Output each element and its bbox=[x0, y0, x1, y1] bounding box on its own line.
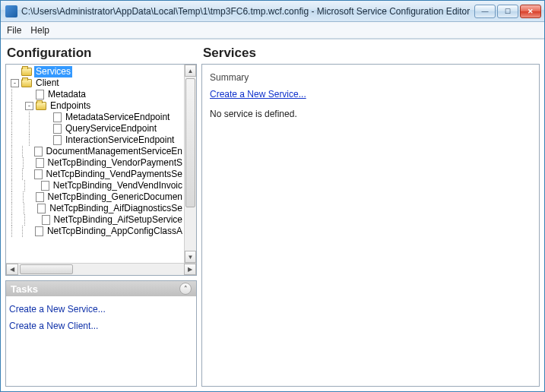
tree-label-endpoint: NetTcpBinding_VendPaymentsSe bbox=[45, 169, 184, 180]
tree-label-endpoint: InteractionServiceEndpoint bbox=[64, 134, 176, 146]
tree-scroll-area[interactable]: Services - Client bbox=[6, 65, 184, 263]
document-icon bbox=[53, 135, 62, 145]
menu-help[interactable]: Help bbox=[30, 25, 49, 36]
minimize-button[interactable]: — bbox=[474, 5, 496, 18]
create-service-link[interactable]: Create a New Service... bbox=[210, 89, 306, 100]
vertical-scrollbar[interactable]: ▲ ▼ bbox=[184, 65, 196, 263]
configuration-tree: Services - Client bbox=[6, 65, 184, 239]
tree-node-services[interactable]: Services bbox=[8, 66, 184, 77]
configuration-title: Configuration bbox=[5, 44, 197, 64]
task-create-service[interactable]: Create a New Service... bbox=[9, 301, 193, 318]
window-title: C:\Users\Administrator\AppData\Local\Tem… bbox=[21, 6, 474, 17]
document-icon bbox=[53, 124, 62, 134]
vscroll-track[interactable] bbox=[185, 77, 196, 251]
services-detail-box: Summary Create a New Service... No servi… bbox=[201, 64, 540, 387]
document-icon bbox=[36, 192, 44, 202]
tree-label-endpoint: NetTcpBinding_GenericDocumen bbox=[46, 191, 184, 203]
tree-label-endpoint: QueryServiceEndpoint bbox=[64, 123, 158, 134]
app-icon bbox=[5, 5, 17, 17]
document-icon bbox=[41, 181, 49, 191]
tree-label-endpoint: NetTcpBinding_AifSetupService bbox=[52, 214, 184, 226]
hscroll-thumb[interactable] bbox=[20, 264, 73, 274]
tree-label-endpoint: DocumentManagementServiceEn bbox=[45, 146, 184, 157]
menu-file[interactable]: File bbox=[7, 25, 21, 36]
left-column: Configuration Services bbox=[5, 44, 197, 387]
document-icon bbox=[34, 147, 43, 156]
vscroll-thumb[interactable] bbox=[185, 78, 195, 207]
tree-node-metadata[interactable]: Metadata bbox=[8, 89, 184, 100]
maximize-button[interactable]: ☐ bbox=[497, 5, 518, 18]
expand-toggle-icon[interactable]: - bbox=[11, 79, 19, 87]
scroll-up-icon[interactable]: ▲ bbox=[185, 65, 196, 77]
tree-node-endpoint[interactable]: NetTcpBinding_AppConfigClassA bbox=[8, 226, 184, 237]
document-icon bbox=[36, 158, 44, 168]
horizontal-scrollbar[interactable]: ◀ ▶ bbox=[6, 263, 196, 275]
tree-node-endpoint[interactable]: QueryServiceEndpoint bbox=[8, 123, 184, 134]
tree-node-endpoint[interactable]: NetTcpBinding_VendPaymentsSe bbox=[8, 169, 184, 180]
tree-node-endpoint[interactable]: InteractionServiceEndpoint bbox=[8, 134, 184, 146]
tree-label-client: Client bbox=[34, 77, 61, 89]
tree-label-endpoint: NetTcpBinding_AifDiagnosticsSe bbox=[48, 203, 184, 214]
folder-icon bbox=[36, 102, 46, 110]
tree-node-client[interactable]: - Client bbox=[8, 77, 184, 89]
tree-label-endpoints: Endpoints bbox=[49, 100, 92, 112]
tree-label-endpoint: NetTcpBinding_VendVendInvoic bbox=[52, 180, 184, 191]
tree-label-endpoint: NetTcpBinding_AppConfigClassA bbox=[46, 226, 184, 237]
close-button[interactable]: ✕ bbox=[520, 5, 541, 18]
tasks-panel: Tasks ˄ Create a New Service... Create a… bbox=[5, 280, 197, 387]
configuration-tree-box: Services - Client bbox=[5, 64, 197, 276]
tasks-body: Create a New Service... Create a New Cli… bbox=[6, 296, 196, 339]
document-icon bbox=[35, 226, 43, 236]
document-icon bbox=[53, 112, 62, 122]
scroll-right-icon[interactable]: ▶ bbox=[184, 264, 196, 275]
summary-label: Summary bbox=[210, 72, 531, 83]
workspace: Configuration Services bbox=[1, 39, 544, 391]
right-column: Services Summary Create a New Service...… bbox=[201, 44, 540, 387]
tree-node-endpoint[interactable]: NetTcpBinding_VendorPaymentS bbox=[8, 157, 184, 169]
task-create-client[interactable]: Create a New Client... bbox=[9, 318, 193, 334]
chevron-up-icon[interactable]: ˄ bbox=[179, 283, 192, 295]
tree-node-endpoint[interactable]: MetadataServiceEndpoint bbox=[8, 112, 184, 123]
window-buttons: — ☐ ✕ bbox=[474, 5, 541, 18]
tasks-title: Tasks bbox=[11, 283, 38, 295]
tree-node-endpoint[interactable]: NetTcpBinding_AifSetupService bbox=[8, 214, 184, 226]
tree-label-metadata: Metadata bbox=[46, 89, 87, 100]
tree-node-endpoint[interactable]: NetTcpBinding_GenericDocumen bbox=[8, 191, 184, 203]
tasks-header[interactable]: Tasks ˄ bbox=[6, 281, 196, 296]
services-title: Services bbox=[201, 44, 540, 64]
no-service-text: No service is defined. bbox=[210, 109, 531, 119]
endpoint-list: MetadataServiceEndpointQueryServiceEndpo… bbox=[8, 112, 184, 237]
document-icon bbox=[36, 90, 44, 100]
tree-node-endpoint[interactable]: NetTcpBinding_AifDiagnosticsSe bbox=[8, 203, 184, 214]
folder-icon bbox=[21, 79, 32, 87]
menubar: File Help bbox=[1, 22, 544, 39]
tree-node-endpoints[interactable]: - Endpoints bbox=[8, 100, 184, 112]
expand-toggle-icon[interactable]: - bbox=[25, 102, 33, 110]
folder-icon bbox=[21, 68, 32, 76]
tree-node-endpoint[interactable]: DocumentManagementServiceEn bbox=[8, 146, 184, 157]
scroll-left-icon[interactable]: ◀ bbox=[6, 264, 18, 275]
tree-label-endpoint: MetadataServiceEndpoint bbox=[64, 112, 171, 123]
titlebar: C:\Users\Administrator\AppData\Local\Tem… bbox=[1, 1, 544, 22]
tree-label-endpoint: NetTcpBinding_VendorPaymentS bbox=[46, 157, 184, 169]
scroll-down-icon[interactable]: ▼ bbox=[185, 251, 196, 263]
tree-label-services: Services bbox=[34, 66, 72, 77]
hscroll-track[interactable] bbox=[18, 264, 184, 275]
tree-node-endpoint[interactable]: NetTcpBinding_VendVendInvoic bbox=[8, 180, 184, 191]
document-icon bbox=[42, 215, 50, 225]
document-icon bbox=[37, 204, 46, 213]
document-icon bbox=[34, 169, 43, 179]
